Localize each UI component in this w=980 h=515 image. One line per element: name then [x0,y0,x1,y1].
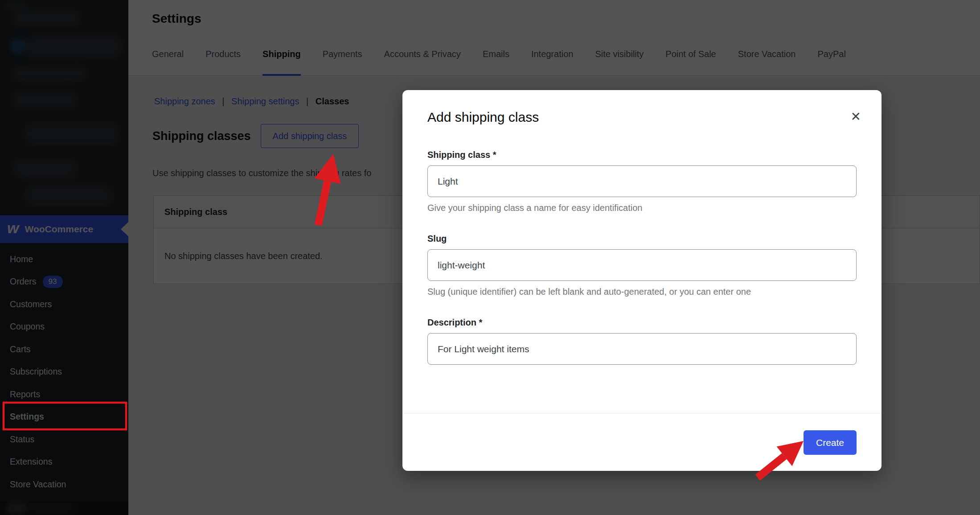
modal-title: Add shipping class [427,109,857,126]
description-input[interactable] [427,333,857,365]
description-field-group: Description * [427,317,857,365]
description-label: Description * [427,317,857,328]
close-icon[interactable]: ✕ [851,111,861,123]
modal-footer: Create [402,413,882,471]
shipping-class-helper: Give your shipping class a name for easy… [427,203,857,213]
slug-helper: Slug (unique identifier) can be left bla… [427,287,857,297]
slug-input[interactable] [427,249,857,281]
slug-field-group: Slug Slug (unique identifier) can be lef… [427,234,857,297]
shipping-class-field-group: Shipping class * Give your shipping clas… [427,150,857,213]
slug-label: Slug [427,234,857,244]
shipping-class-label: Shipping class * [427,150,857,160]
add-shipping-class-modal: Add shipping class ✕ Shipping class * Gi… [402,90,882,471]
shipping-class-input[interactable] [427,165,857,197]
create-button[interactable]: Create [804,430,857,455]
woocommerce-settings-page: { "colors": { "accent_blue": "#3858e9", … [0,0,980,515]
